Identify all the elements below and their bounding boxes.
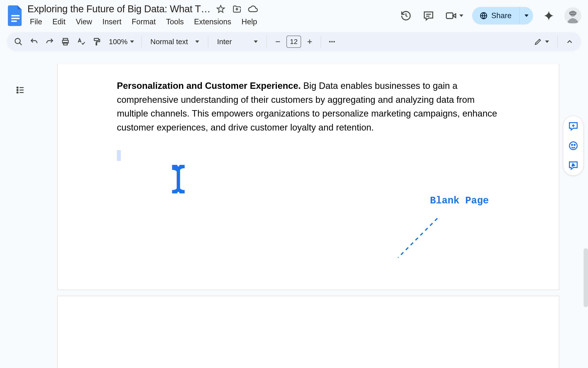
annotation-arrow (396, 216, 440, 260)
svg-rect-14 (64, 42, 67, 45)
toolbar: 100% Normal text Inter (7, 32, 581, 51)
text-selection (117, 150, 121, 161)
svg-point-8 (570, 11, 576, 16)
chevron-down-icon (254, 40, 258, 43)
chevron-down-icon (545, 40, 549, 43)
menu-view[interactable]: View (71, 16, 97, 28)
menu-extensions[interactable]: Extensions (189, 16, 236, 28)
svg-point-34 (574, 144, 575, 145)
svg-rect-5 (446, 13, 453, 18)
annotation-label: Blank Page (430, 195, 489, 206)
share-label: Share (491, 11, 512, 20)
more-tools-icon[interactable] (325, 35, 339, 49)
move-icon[interactable] (232, 4, 242, 14)
video-dropdown-icon[interactable] (459, 14, 463, 17)
document-page[interactable]: Personalization and Customer Experience.… (57, 64, 559, 290)
svg-line-29 (398, 218, 437, 258)
suggest-edits-icon[interactable] (567, 159, 579, 171)
history-icon[interactable] (399, 9, 413, 23)
svg-rect-16 (96, 43, 97, 45)
text-cursor-icon (168, 165, 189, 198)
svg-point-21 (331, 41, 333, 42)
star-icon[interactable] (215, 4, 226, 14)
zoom-select[interactable]: 100% (105, 38, 137, 46)
account-avatar[interactable] (564, 7, 581, 24)
side-comment-tools (563, 116, 584, 176)
chevron-down-icon (130, 40, 134, 43)
font-size-increase[interactable] (303, 35, 317, 49)
menu-help[interactable]: Help (237, 16, 262, 28)
print-icon[interactable] (58, 35, 73, 49)
search-icon[interactable] (11, 35, 25, 49)
undo-icon[interactable] (27, 35, 41, 49)
style-value: Normal text (150, 38, 188, 46)
share-button[interactable]: Share (472, 7, 519, 25)
spellcheck-icon[interactable] (74, 35, 88, 49)
app-header: Exploring the Future of Big Data: What T… (0, 0, 588, 30)
svg-point-10 (15, 39, 20, 44)
docs-logo-icon[interactable] (7, 4, 24, 27)
menu-format[interactable]: Format (127, 16, 161, 28)
separator (208, 36, 208, 47)
menu-insert[interactable]: Insert (98, 16, 126, 28)
svg-point-22 (333, 41, 335, 42)
menu-file[interactable]: File (27, 16, 47, 28)
separator (321, 36, 321, 47)
editing-mode-icon[interactable] (530, 35, 552, 49)
menu-tools[interactable]: Tools (161, 16, 189, 28)
svg-point-25 (17, 90, 18, 91)
svg-point-32 (569, 142, 577, 150)
chevron-down-icon (195, 40, 199, 43)
zoom-value: 100% (109, 38, 128, 46)
redo-icon[interactable] (43, 35, 57, 49)
document-page[interactable] (57, 296, 559, 368)
gemini-icon[interactable] (542, 9, 556, 23)
menubar: File Edit View Insert Format Tools Exten… (27, 16, 399, 28)
font-value: Inter (217, 38, 232, 46)
share-button-group: Share (472, 7, 533, 25)
separator (141, 36, 142, 47)
font-family-select[interactable]: Inter (212, 38, 263, 46)
add-comment-icon[interactable] (567, 120, 579, 132)
document-paragraph[interactable]: Personalization and Customer Experience.… (117, 79, 502, 134)
svg-point-33 (572, 144, 573, 145)
svg-rect-0 (11, 15, 20, 16)
svg-point-27 (17, 92, 18, 93)
document-canvas[interactable]: Personalization and Customer Experience.… (0, 64, 588, 368)
font-size-input[interactable] (286, 36, 301, 48)
comments-icon[interactable] (422, 9, 435, 23)
svg-line-11 (20, 43, 22, 45)
vertical-scrollbar[interactable] (584, 248, 588, 307)
svg-point-20 (329, 41, 331, 42)
svg-rect-1 (11, 18, 20, 19)
paint-format-icon[interactable] (90, 35, 104, 49)
svg-rect-15 (94, 39, 99, 41)
separator (557, 36, 558, 47)
collapse-toolbar-icon[interactable] (563, 35, 577, 49)
font-size-decrease[interactable] (271, 35, 285, 49)
document-title[interactable]: Exploring the Future of Big Data: What T… (27, 3, 210, 14)
add-emoji-icon[interactable] (567, 140, 579, 152)
header-right: Share (399, 7, 581, 25)
video-call-icon[interactable] (444, 9, 458, 23)
paragraph-heading: Personalization and Customer Experience. (117, 81, 301, 91)
outline-toggle-icon[interactable] (12, 81, 29, 99)
separator (267, 36, 267, 47)
title-area: Exploring the Future of Big Data: What T… (27, 3, 399, 28)
menu-edit[interactable]: Edit (48, 16, 70, 28)
svg-point-23 (17, 87, 18, 88)
cloud-status-icon[interactable] (248, 4, 258, 14)
share-dropdown[interactable] (519, 7, 533, 25)
paragraph-style-select[interactable]: Normal text (146, 38, 204, 46)
svg-rect-2 (11, 20, 17, 22)
